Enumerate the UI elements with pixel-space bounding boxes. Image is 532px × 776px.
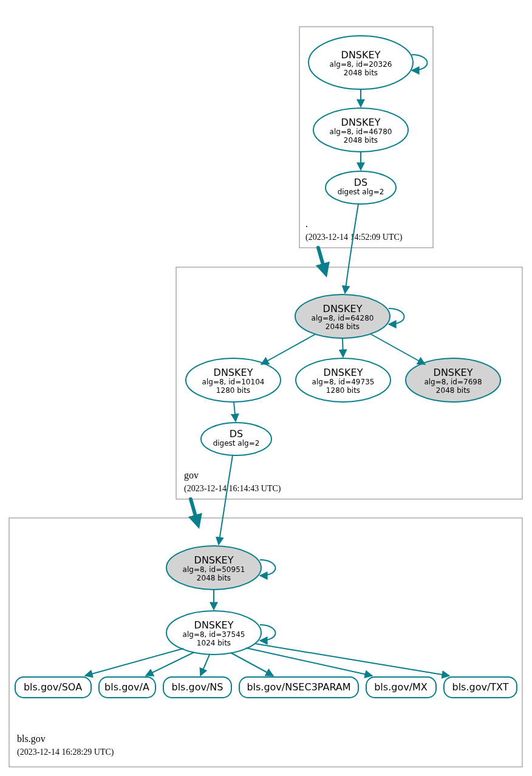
edge-gov-ksk-self <box>389 308 404 324</box>
node-root-zsk: DNSKEY alg=8, id=46780 2048 bits <box>313 108 408 152</box>
node-gov-ksk-title: DNSKEY <box>323 303 363 315</box>
node-gov-zsk2-id: alg=8, id=49735 <box>312 378 375 386</box>
edge-gov-ds-bls-ksk <box>219 455 233 545</box>
zone-bls-ts: (2023-12-14 16:28:29 UTC) <box>17 747 114 757</box>
node-root-ds: DS digest alg=2 <box>326 171 396 204</box>
rrset-txt: bls.gov/TXT <box>444 677 517 698</box>
node-root-zsk-id: alg=8, id=46780 <box>330 128 392 136</box>
edge-bls-ksk-self <box>260 560 276 576</box>
edge-bls-zsk-ns <box>200 655 210 676</box>
node-root-zsk-bits: 2048 bits <box>344 136 378 145</box>
node-gov-zsk1-title: DNSKEY <box>214 367 253 378</box>
node-root-ds-title: DS <box>354 177 367 188</box>
node-gov-ksk2: DNSKEY alg=8, id=7698 2048 bits <box>406 358 500 402</box>
edge-gov-ksk-zsk2 <box>343 338 343 357</box>
node-bls-ksk-id: alg=8, id=50951 <box>183 565 245 574</box>
node-root-ksk-bits: 2048 bits <box>344 69 378 77</box>
node-root-ds-alg: digest alg=2 <box>338 188 384 196</box>
node-gov-zsk2-title: DNSKEY <box>324 367 363 378</box>
node-gov-ksk-id: alg=8, id=64280 <box>312 314 374 322</box>
node-gov-ksk2-title: DNSKEY <box>434 367 473 378</box>
node-gov-ksk-bits: 2048 bits <box>326 322 360 331</box>
node-root-ksk-title: DNSKEY <box>341 49 381 61</box>
edge-gov-zsk1-ds <box>234 402 236 421</box>
node-bls-zsk-id: alg=8, id=37545 <box>183 630 245 639</box>
rrset-a: bls.gov/A <box>99 677 155 698</box>
rrset-mx: bls.gov/MX <box>366 677 436 698</box>
node-root-ksk: DNSKEY alg=8, id=20326 2048 bits <box>309 36 413 89</box>
node-gov-zsk1-id: alg=8, id=10104 <box>202 378 265 386</box>
node-bls-ksk: DNSKEY alg=8, id=50951 2048 bits <box>166 546 261 590</box>
edge-root-ksk-self <box>412 55 428 70</box>
node-gov-zsk2-bits: 1280 bits <box>326 386 360 395</box>
zone-gov-ts: (2023-12-14 16:14:43 UTC) <box>184 484 281 494</box>
edge-gov-to-bls-deleg <box>191 499 198 525</box>
node-bls-ksk-bits: 2048 bits <box>197 574 231 582</box>
node-gov-ds: DS digest alg=2 <box>201 423 271 455</box>
edge-bls-zsk-a <box>146 652 194 676</box>
rrset-txt-label: bls.gov/TXT <box>452 681 508 693</box>
zone-bls-box <box>9 518 522 767</box>
node-gov-zsk2: DNSKEY alg=8, id=49735 1280 bits <box>296 358 390 402</box>
node-root-ksk-id: alg=8, id=20326 <box>330 60 392 69</box>
node-gov-zsk1-bits: 1280 bits <box>216 386 250 395</box>
rrset-soa-label: bls.gov/SOA <box>24 681 82 693</box>
rrset-ns-label: bls.gov/NS <box>172 681 223 693</box>
node-gov-zsk1: DNSKEY alg=8, id=10104 1280 bits <box>186 358 281 402</box>
rrset-soa: bls.gov/SOA <box>15 677 91 698</box>
edge-bls-zsk-self <box>260 625 276 641</box>
node-bls-ksk-title: DNSKEY <box>194 554 234 566</box>
node-gov-ksk2-bits: 2048 bits <box>436 386 470 395</box>
edge-gov-ksk-ksk2 <box>370 334 425 364</box>
rrset-mx-label: bls.gov/MX <box>374 681 428 693</box>
edge-gov-ksk-zsk1 <box>261 334 316 364</box>
node-bls-zsk-title: DNSKEY <box>194 619 234 631</box>
rrset-nsec-label: bls.gov/NSEC3PARAM <box>247 681 350 693</box>
node-gov-ksk: DNSKEY alg=8, id=64280 2048 bits <box>295 294 390 338</box>
node-root-zsk-title: DNSKEY <box>341 117 381 128</box>
edge-root-to-gov-deleg <box>318 248 326 273</box>
rrset-ns: bls.gov/NS <box>163 677 231 698</box>
rrset-nsec3param: bls.gov/NSEC3PARAM <box>239 677 358 698</box>
node-bls-zsk-bits: 1024 bits <box>197 639 231 647</box>
zone-gov-label: gov <box>184 470 199 481</box>
edge-bls-zsk-nsec <box>231 653 273 676</box>
zone-root-label: . <box>305 219 308 229</box>
zone-bls-label: bls.gov <box>17 733 46 744</box>
rrset-a-label: bls.gov/A <box>104 681 149 693</box>
node-gov-ds-alg: digest alg=2 <box>213 439 260 448</box>
node-gov-ds-title: DS <box>230 428 243 440</box>
node-gov-ksk2-id: alg=8, id=7698 <box>424 378 482 386</box>
edge-root-ds-gov-ksk <box>345 204 358 293</box>
edge-bls-zsk-soa <box>85 648 183 676</box>
